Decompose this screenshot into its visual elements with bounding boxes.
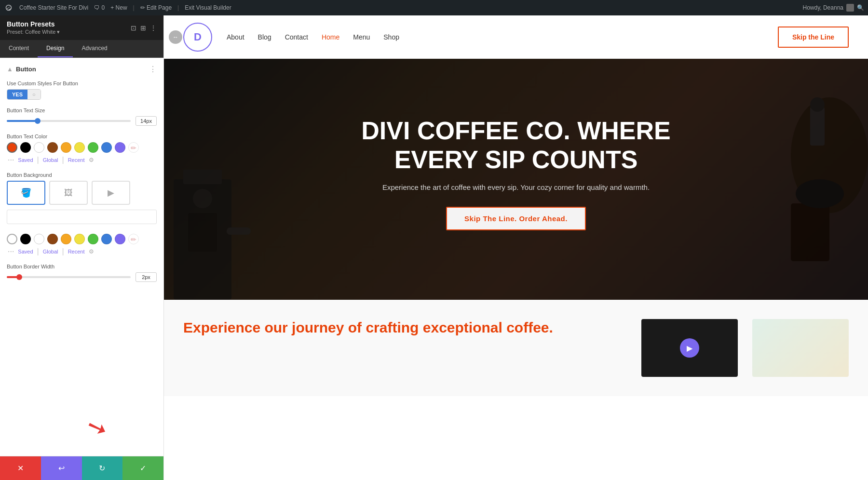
- menu-contact[interactable]: Contact: [285, 33, 308, 41]
- admin-new-btn[interactable]: + New: [110, 4, 127, 11]
- admin-search-icon[interactable]: 🔍: [857, 4, 864, 11]
- color2-meta-global[interactable]: Global: [43, 249, 58, 254]
- color-swatches-2: ✏: [7, 234, 157, 244]
- play-button[interactable]: ▶: [680, 338, 699, 358]
- collapse-icon[interactable]: ▲: [7, 66, 13, 73]
- color2-meta-gear-icon[interactable]: ⚙: [89, 248, 94, 255]
- tab-design[interactable]: Design: [38, 40, 73, 57]
- admin-user-menu[interactable]: Howdy, Deanna 🔍: [803, 4, 865, 12]
- section-more-icon[interactable]: ⋮: [149, 65, 157, 74]
- site-cta-button[interactable]: Skip the Line: [778, 27, 849, 48]
- section-header: ▲ Button ⋮: [7, 65, 157, 74]
- color-meta-global[interactable]: Global: [43, 157, 58, 163]
- color-swatch2-yellow[interactable]: [74, 234, 85, 244]
- wp-logo-icon[interactable]: [4, 3, 14, 13]
- color-meta-gear-icon[interactable]: ⚙: [89, 157, 94, 163]
- admin-exit-vb-btn[interactable]: Exit Visual Builder: [185, 4, 231, 11]
- hero-content: DIVI COFFEE CO. WHERE EVERY SIP COUNTS E…: [164, 59, 868, 230]
- color-row-2: ✏ ··· Saved | Global | Recent ⚙: [7, 234, 157, 256]
- text-size-thumb[interactable]: [35, 118, 41, 124]
- bg-fill-option[interactable]: 🪣: [7, 181, 45, 205]
- panel-title: Button Presets: [7, 20, 60, 28]
- color-swatch-blue[interactable]: [101, 142, 112, 153]
- below-hero-title: Experience our journey of crafting excep…: [183, 319, 627, 336]
- color-swatch-black[interactable]: [20, 142, 31, 153]
- bg-image-option[interactable]: 🖼: [49, 181, 88, 205]
- admin-site-name[interactable]: Coffee Starter Site For Divi: [19, 4, 88, 11]
- color-swatch2-orange[interactable]: [61, 234, 71, 244]
- panel-subtitle[interactable]: Preset: Coffee White ▾: [7, 29, 60, 35]
- color-meta-saved[interactable]: Saved: [18, 157, 33, 163]
- text-size-track: [7, 120, 131, 122]
- bg-video-option[interactable]: ▶: [92, 181, 130, 205]
- color2-meta-saved[interactable]: Saved: [18, 249, 33, 254]
- color-swatch-pen[interactable]: ✏: [128, 142, 139, 153]
- color-swatch-brown[interactable]: [47, 142, 58, 153]
- admin-comments[interactable]: 🗨 0: [94, 4, 105, 11]
- color-swatch2-circle[interactable]: [7, 234, 17, 244]
- below-card-video[interactable]: ▶: [641, 319, 738, 377]
- color-swatch2-pen[interactable]: ✏: [128, 234, 139, 244]
- nav-left-arrow[interactable]: ↔: [169, 30, 182, 44]
- toggle-yes[interactable]: YES: [7, 90, 27, 99]
- text-size-setting: Button Text Size 14px: [7, 107, 157, 126]
- panel-columns-icon[interactable]: ⊞: [140, 24, 146, 32]
- bg-color-display[interactable]: [7, 210, 157, 224]
- border-width-label: Button Border Width: [7, 264, 157, 269]
- color-swatch2-purple[interactable]: [115, 234, 125, 244]
- tab-advanced[interactable]: Advanced: [73, 40, 116, 57]
- color-swatch-orange-red[interactable]: [7, 142, 17, 153]
- color2-meta-row: ··· Saved | Global | Recent ⚙: [7, 247, 157, 256]
- panel-tabs: Content Design Advanced: [0, 40, 163, 58]
- color-swatch-yellow[interactable]: [74, 142, 85, 153]
- bottom-action-bar: ✕ ↩ ↻ ✓: [0, 456, 163, 480]
- color-swatch2-green[interactable]: [88, 234, 98, 244]
- color-swatch2-brown[interactable]: [47, 234, 58, 244]
- menu-blog[interactable]: Blog: [258, 33, 271, 41]
- panel-focus-icon[interactable]: ⊡: [131, 24, 136, 32]
- site-nav: ↔ D About Blog Contact Home Menu Shop Sk…: [164, 15, 868, 59]
- menu-about[interactable]: About: [227, 33, 244, 41]
- border-width-thumb[interactable]: [16, 274, 22, 280]
- bg-setting: Button Background 🪣 🖼 ▶: [7, 172, 157, 224]
- redo-button[interactable]: ↻: [82, 456, 123, 480]
- bg-label: Button Background: [7, 172, 157, 178]
- border-width-slider-container: 2px: [7, 272, 157, 282]
- color-swatch2-black[interactable]: [20, 234, 31, 244]
- custom-styles-label: Use Custom Styles For Button: [7, 80, 157, 86]
- bg-options: 🪣 🖼 ▶: [7, 181, 157, 205]
- menu-shop[interactable]: Shop: [383, 33, 399, 41]
- color-meta-dots[interactable]: ···: [8, 156, 14, 164]
- menu-home[interactable]: Home: [322, 33, 339, 41]
- color-swatch2-blue[interactable]: [101, 234, 112, 244]
- right-panel: ↔ D About Blog Contact Home Menu Shop Sk…: [164, 15, 868, 480]
- hero-cta-button[interactable]: Skip The Line. Order Ahead.: [446, 207, 586, 230]
- color-swatch-purple[interactable]: [115, 142, 125, 153]
- panel-more-icon[interactable]: ⋮: [150, 24, 157, 32]
- left-panel: Button Presets Preset: Coffee White ▾ ⊡ …: [0, 15, 164, 480]
- color2-meta-dots[interactable]: ···: [8, 247, 14, 256]
- border-width-value[interactable]: 2px: [136, 272, 157, 282]
- admin-bar: Coffee Starter Site For Divi 🗨 0 + New |…: [0, 0, 868, 15]
- admin-edit-page-btn[interactable]: ✏ Edit Page: [140, 4, 172, 11]
- save-button[interactable]: ✓: [122, 456, 163, 480]
- color-meta-recent[interactable]: Recent: [68, 157, 85, 163]
- toggle-no[interactable]: ○: [27, 90, 41, 99]
- undo-button[interactable]: ↩: [41, 456, 82, 480]
- color-meta-row: ··· Saved | Global | Recent ⚙: [7, 156, 157, 164]
- below-card-image: [752, 319, 849, 377]
- save-icon: ✓: [140, 464, 146, 473]
- text-size-slider-container: 14px: [7, 116, 157, 126]
- color-swatch-green[interactable]: [88, 142, 98, 153]
- tab-content[interactable]: Content: [0, 40, 38, 57]
- color-swatch2-white[interactable]: [34, 234, 44, 244]
- menu-menu[interactable]: Menu: [353, 33, 370, 41]
- color2-meta-recent[interactable]: Recent: [68, 249, 85, 254]
- custom-styles-toggle[interactable]: YES ○: [7, 89, 41, 100]
- color-swatch-orange[interactable]: [61, 142, 71, 153]
- custom-styles-setting: Use Custom Styles For Button YES ○: [7, 80, 157, 100]
- main-layout: Button Presets Preset: Coffee White ▾ ⊡ …: [0, 15, 868, 480]
- cancel-button[interactable]: ✕: [0, 456, 41, 480]
- text-size-value[interactable]: 14px: [136, 116, 157, 126]
- color-swatch-white[interactable]: [34, 142, 44, 153]
